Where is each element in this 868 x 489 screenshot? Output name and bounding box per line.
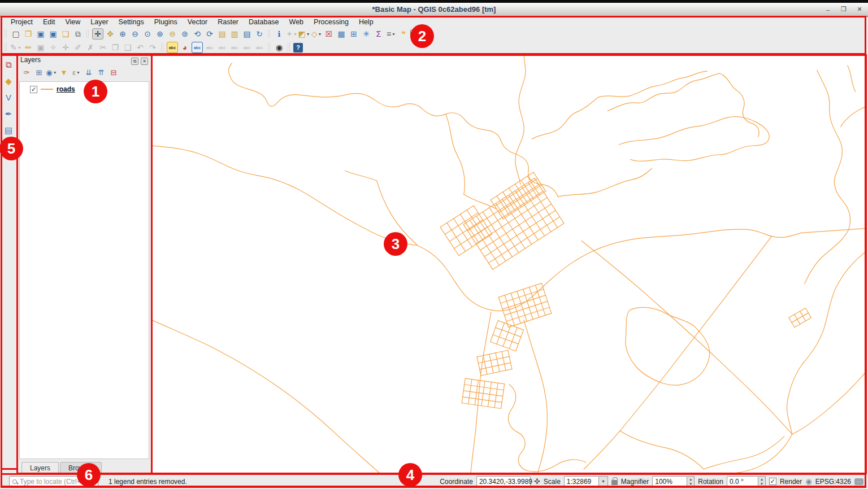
messages-icon[interactable]: … bbox=[854, 478, 863, 485]
new-bookmark-icon[interactable]: ▤ bbox=[216, 28, 228, 40]
crs-globe-icon[interactable]: ◉ bbox=[805, 477, 811, 486]
save-project-as-icon[interactable]: ▣ bbox=[47, 28, 59, 40]
identify-features-icon[interactable]: ℹ bbox=[274, 28, 285, 40]
layer-diagram-icon[interactable]: ◕ bbox=[179, 42, 190, 53]
menu-project[interactable]: Project bbox=[6, 18, 38, 27]
new-shapefile-layer-icon[interactable]: V bbox=[3, 91, 14, 103]
menu-processing[interactable]: Processing bbox=[309, 18, 354, 27]
measure-icon[interactable]: ≡▼ bbox=[385, 28, 397, 40]
new-project-icon[interactable]: ▢ bbox=[10, 28, 21, 40]
data-source-manager-icon[interactable]: ⧉ bbox=[3, 59, 14, 70]
menu-edit[interactable]: Edit bbox=[38, 18, 60, 27]
layer-checkbox[interactable]: ✓ bbox=[30, 86, 37, 93]
crs-label[interactable]: EPSG:4326 bbox=[815, 478, 851, 486]
scale-value[interactable]: 1:32869 bbox=[564, 476, 599, 487]
render-checkbox[interactable]: ✓ bbox=[769, 478, 776, 485]
menu-help[interactable]: Help bbox=[354, 18, 379, 27]
rotation-spinner[interactable]: 0.0 ° ▲▼ bbox=[727, 476, 766, 487]
filter-by-expression-icon[interactable]: ε▼ bbox=[71, 67, 82, 78]
deselect-features-icon[interactable]: ◇▼ bbox=[311, 28, 322, 40]
new-from-template-icon[interactable]: ❑ bbox=[60, 28, 71, 40]
manage-map-themes-icon[interactable]: ◉▼ bbox=[46, 67, 57, 78]
menu-web[interactable]: Web bbox=[284, 18, 309, 27]
show-layout-manager-icon[interactable]: ⧉ bbox=[72, 28, 84, 40]
zoom-next-icon[interactable]: ⟳ bbox=[204, 28, 215, 40]
layers-panel: Layers ⧉✕ ✑⊞◉▼▼ε▼⇊⇈⊟ ✓ roads LayersBrows… bbox=[17, 54, 151, 474]
collapse-all-icon[interactable]: ⇈ bbox=[96, 67, 107, 78]
delete-selected-icon: ✗ bbox=[85, 42, 96, 53]
scale-dropdown-button[interactable]: ▼ bbox=[599, 476, 608, 487]
filter-legend-icon[interactable]: ▼ bbox=[58, 67, 70, 78]
scale-combo[interactable]: 1:32869 ▼ bbox=[564, 476, 608, 487]
menu-database[interactable]: Database bbox=[244, 18, 284, 27]
zoom-out-icon[interactable]: ⊖ bbox=[129, 28, 141, 40]
layer-item-roads[interactable]: ✓ roads bbox=[30, 85, 149, 93]
new-virtual-layer-icon[interactable]: ✒ bbox=[3, 108, 14, 119]
save-project-icon[interactable]: ▣ bbox=[35, 28, 46, 40]
pan-map-icon[interactable]: ✛ bbox=[92, 28, 103, 40]
remove-layer-icon[interactable]: ⊟ bbox=[108, 67, 119, 78]
field-calculator-icon[interactable]: ⊞ bbox=[348, 28, 359, 40]
open-layer-styling-icon[interactable]: ✑ bbox=[21, 67, 32, 78]
expand-all-icon[interactable]: ⇊ bbox=[83, 67, 94, 78]
pan-to-selection-icon[interactable]: ✥ bbox=[105, 28, 116, 40]
magnifier-spinner[interactable]: 100% ▲▼ bbox=[652, 476, 695, 487]
zoom-native-icon[interactable]: ⊙ bbox=[142, 28, 153, 40]
tab-layers[interactable]: Layers bbox=[21, 462, 59, 474]
coordinate-input[interactable]: 20.3420,-33.9989 bbox=[476, 476, 531, 487]
menu-view[interactable]: View bbox=[60, 18, 85, 27]
text-annotation-icon[interactable]: T▼ bbox=[410, 29, 420, 38]
menu-plugins[interactable]: Plugins bbox=[149, 18, 183, 27]
dropdown-caret-icon: ▼ bbox=[392, 32, 396, 36]
add-group-icon[interactable]: ⊞ bbox=[33, 67, 45, 78]
refresh-icon[interactable]: ↻ bbox=[254, 28, 265, 40]
zoom-in-icon[interactable]: ⊕ bbox=[117, 28, 128, 40]
minimize-button[interactable]: – bbox=[824, 6, 832, 13]
search-icon bbox=[12, 479, 17, 484]
close-panel-button[interactable]: ✕ bbox=[141, 58, 148, 65]
menu-vector[interactable]: Vector bbox=[183, 18, 212, 27]
rotation-spin-buttons[interactable]: ▲▼ bbox=[758, 476, 766, 487]
scale-lock-icon[interactable] bbox=[611, 480, 618, 485]
zoom-last-icon[interactable]: ⟲ bbox=[192, 28, 203, 40]
float-panel-button[interactable]: ⧉ bbox=[131, 58, 138, 65]
layers-panel-header-buttons: ⧉✕ bbox=[129, 55, 148, 66]
remove-selection-icon[interactable]: ☒ bbox=[323, 28, 335, 40]
map-canvas[interactable] bbox=[151, 54, 867, 474]
zoom-to-layer-icon[interactable]: ⊚ bbox=[179, 28, 190, 40]
layer-labeling-icon[interactable]: abc bbox=[167, 42, 178, 53]
highlight-pinned-labels-icon[interactable]: abc bbox=[192, 42, 203, 53]
tab-browser[interactable]: Browser bbox=[60, 462, 102, 474]
zoom-to-bookmark-icon[interactable]: ▤ bbox=[241, 28, 253, 40]
copy-features-icon: ❐ bbox=[110, 42, 121, 53]
open-attribute-table-icon[interactable]: ▦ bbox=[336, 28, 347, 40]
rotation-value[interactable]: 0.0 ° bbox=[727, 476, 758, 487]
layer-name[interactable]: roads bbox=[57, 85, 75, 93]
statistics-icon[interactable]: Σ bbox=[373, 28, 384, 40]
layer-list[interactable]: ✓ roads bbox=[19, 81, 149, 459]
open-project-icon[interactable]: ❐ bbox=[23, 28, 34, 40]
toolbar-separator bbox=[267, 29, 271, 38]
toolbar-separator bbox=[86, 29, 90, 38]
new-memory-layer-icon[interactable]: ▤ bbox=[3, 124, 14, 136]
toggle-editing-icon[interactable]: ✏ bbox=[23, 42, 34, 53]
processing-toolbox-icon[interactable]: ✳ bbox=[361, 28, 372, 40]
menu-raster[interactable]: Raster bbox=[212, 18, 244, 27]
map-tips-icon[interactable]: ❝ bbox=[398, 28, 409, 40]
close-button[interactable]: ✕ bbox=[856, 6, 863, 13]
magnifier-value[interactable]: 100% bbox=[652, 476, 687, 487]
metasearch-icon[interactable]: ◉ bbox=[274, 42, 285, 53]
mouse-position-icon[interactable]: ✜ bbox=[534, 477, 540, 486]
menu-layer[interactable]: Layer bbox=[85, 18, 113, 27]
select-features-icon[interactable]: ◩▼ bbox=[298, 28, 310, 40]
locate-search-input[interactable]: Type to locate (Ctrl+K) bbox=[9, 476, 98, 487]
show-bookmarks-icon[interactable]: ▥ bbox=[229, 28, 240, 40]
help-contents-icon[interactable]: ? bbox=[293, 43, 303, 53]
maximize-button[interactable]: ❒ bbox=[840, 6, 848, 13]
title-bar[interactable]: *Basic Map - QGIS 0c62abed96 [tm] –❒✕ bbox=[0, 0, 868, 17]
zoom-to-selection-icon[interactable]: ⊜ bbox=[167, 28, 178, 40]
zoom-full-icon[interactable]: ⊛ bbox=[154, 28, 166, 40]
menu-settings[interactable]: Settings bbox=[114, 18, 149, 27]
new-geopackage-layer-icon[interactable]: ◆ bbox=[3, 75, 14, 86]
magnifier-spin-buttons[interactable]: ▲▼ bbox=[687, 476, 695, 487]
